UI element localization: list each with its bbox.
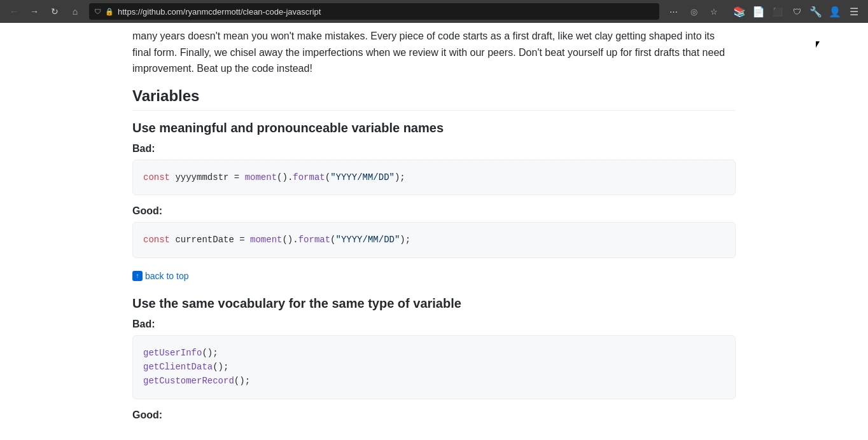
keyword-const-2: const [143,235,170,245]
browser-chrome: ← → ↻ ⌂ 🛡 🔒 https://github.com/ryanmcder… [0,0,868,23]
shield-icon: 🛡 [94,8,101,15]
refresh-button[interactable]: ↻ [46,3,64,20]
function-moment-2: moment [250,235,282,245]
content-wrapper: many years doesn't mean you won't make m… [122,23,746,440]
string-format-2: "YYYY/MM/DD" [336,235,400,245]
back-to-top-label: back to top [145,271,189,281]
browser-extension-icons: 📚 📄 ⬛ 🛡 🔧 👤 ☰ [731,3,863,20]
shield2-icon[interactable]: 🛡 [788,3,806,20]
arrow-up-icon: ↑ [132,271,143,281]
good-label-2: Good: [132,409,736,421]
more-button[interactable]: ⋯ [664,3,682,20]
lock-icon: 🔒 [105,8,114,16]
string-format-1: "YYYY/MM/DD" [330,172,395,182]
code-line-2: getClientData(); [143,360,725,374]
browser-action-buttons: ⋯ ◎ ☆ [664,3,723,20]
code-line-3: getCustomerRecord(); [143,374,725,388]
function-moment-1: moment [245,172,277,182]
extension-icon[interactable]: 🔧 [807,3,825,20]
profile-icon[interactable]: 👤 [826,3,844,20]
forward-button[interactable]: → [25,3,43,20]
code-line-1: getUserInfo(); [143,346,725,360]
back-to-top-link[interactable]: ↑ back to top [132,271,189,281]
method-format-1: format [293,172,325,182]
main-content: many years doesn't mean you won't make m… [0,23,868,440]
bad-label-2: Bad: [132,319,736,330]
star-button[interactable]: ☆ [705,3,723,20]
method-format-2: format [298,235,330,245]
back-button[interactable]: ← [5,3,23,20]
library-icon[interactable]: 📚 [731,3,748,20]
section1-heading: Use meaningful and pronounceable variabl… [132,121,736,135]
intro-paragraph: many years doesn't mean you won't make m… [132,28,736,77]
bad-label-1: Bad: [132,143,736,155]
bad-code-block-2: getUserInfo(); getClientData(); getCusto… [132,335,736,399]
address-bar[interactable]: 🛡 🔒 https://github.com/ryanmcdermott/cle… [89,3,659,20]
keyword-const-1: const [143,172,170,182]
menu-icon[interactable]: ☰ [845,3,863,20]
url-text: https://github.com/ryanmcdermott/clean-c… [118,7,654,17]
home-button[interactable]: ⌂ [66,3,84,20]
section2-heading: Use the same vocabulary for the same typ… [132,296,736,311]
good-code-block-1: const currentDate = moment().format("YYY… [132,222,736,258]
reader-mode-icon[interactable]: 📄 [750,3,767,20]
pocket-button[interactable]: ◎ [685,3,703,20]
variables-heading: Variables [132,87,736,111]
bad-code-block-1: const yyyymmdstr = moment().format("YYYY… [132,160,736,195]
good-label-1: Good: [132,205,736,217]
screenshot-icon[interactable]: ⬛ [769,3,787,20]
